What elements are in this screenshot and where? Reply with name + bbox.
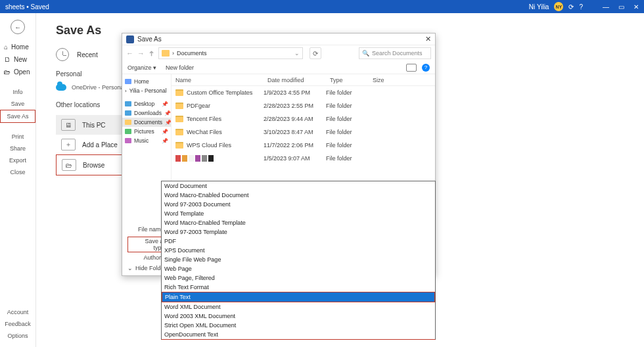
file-row[interactable]: WPS Cloud Files11/7/2022 2:06 PMFile fol… (172, 139, 435, 152)
pc-icon: 🖥 (61, 119, 76, 131)
folder-icon (175, 129, 183, 135)
col-size[interactable]: Size (369, 77, 402, 83)
dropdown-item[interactable]: OpenDocument Text (162, 330, 435, 339)
dialog-toolbar: Organize ▾ New folder ? (122, 61, 435, 74)
titlebar: sheets • Saved Ni Yilia NY ⟳ ? — ▭ ✕ (0, 0, 644, 13)
dropdown-item[interactable]: Word 2003 XML Document (162, 312, 435, 321)
new-folder-button[interactable]: New folder (166, 64, 194, 71)
refresh-button[interactable]: ⟳ (310, 47, 321, 59)
path-bar[interactable]: › Documents ⌄ (158, 47, 303, 59)
dropdown-item[interactable]: Word 97-2003 Document (162, 200, 435, 209)
dropdown-item[interactable]: Word XML Document (162, 302, 435, 312)
dropdown-item[interactable]: Word Macro-Enabled Document (162, 191, 435, 200)
np-documents[interactable]: Documents📌 (122, 118, 171, 127)
pin-icon: 📌 (165, 120, 172, 126)
folder-icon (175, 142, 183, 149)
dialog-titlebar: Save As ✕ (122, 34, 435, 45)
doc-title: sheets • Saved (5, 3, 49, 11)
help-button[interactable]: ? (422, 64, 430, 72)
nav-back-button[interactable]: ← (126, 49, 133, 57)
col-name[interactable]: Name (172, 77, 264, 83)
pin-icon: 📌 (162, 138, 168, 144)
nav-print[interactable]: Print (0, 131, 35, 143)
home-icon (125, 79, 131, 84)
desktop-icon (125, 101, 131, 106)
nav-save-as[interactable]: Save As (0, 110, 35, 123)
np-personal[interactable]: ›Yilia - Personal (122, 86, 171, 95)
np-music[interactable]: Music📌 (122, 136, 171, 145)
path-location: Documents (177, 50, 207, 57)
dialog-close-button[interactable]: ✕ (425, 35, 431, 43)
nav-options[interactable]: Options (0, 330, 35, 342)
home-icon: ⌂ (4, 43, 8, 51)
minimize-button[interactable]: — (603, 3, 609, 11)
nav-close[interactable]: Close (0, 166, 35, 178)
folder-icon (175, 103, 183, 109)
dialog-nav: ← → ➜ › Documents ⌄ ⟳ 🔍 Search Documents (122, 45, 435, 61)
open-icon: 🗁 (4, 68, 11, 76)
dropdown-item[interactable]: Single File Web Page (162, 255, 435, 264)
dropdown-item[interactable]: Word Template (162, 209, 435, 218)
search-icon: 🔍 (362, 50, 369, 57)
np-desktop[interactable]: Desktop📌 (122, 99, 171, 108)
browse-icon: 🗁 (62, 159, 76, 171)
window-controls: — ▭ ✕ (603, 3, 639, 11)
file-row[interactable]: WeChat Files3/10/2023 8:47 AMFile folder (172, 126, 435, 139)
np-downloads[interactable]: Downloads📌 (122, 108, 171, 118)
music-icon (125, 138, 131, 143)
folder-icon (175, 116, 183, 122)
file-row[interactable]: 1/5/2023 9:07 AM File folder (172, 152, 435, 165)
dropdown-item[interactable]: Word Document (162, 181, 435, 191)
file-row[interactable]: PDFgear2/28/2023 2:55 PMFile folder (172, 99, 435, 112)
nav-feedback[interactable]: Feedback (0, 318, 35, 330)
file-list-header[interactable]: Name Date modified Type Size (172, 74, 435, 86)
col-date[interactable]: Date modified (264, 77, 326, 83)
chevron-down-icon: ⌄ (127, 265, 133, 271)
nav-open[interactable]: 🗁Open (0, 66, 35, 78)
backstage-nav: ← ⌂Home 🗋New 🗁Open Info Save Save As Pri… (0, 13, 36, 347)
nav-new[interactable]: 🗋New (0, 53, 35, 66)
nav-export[interactable]: Export (0, 154, 35, 166)
col-type[interactable]: Type (326, 77, 369, 83)
nav-account[interactable]: Account (0, 306, 35, 318)
np-home[interactable]: Home (122, 77, 171, 86)
np-pictures[interactable]: Pictures📌 (122, 127, 171, 136)
user-name: Ni Yilia (529, 3, 549, 11)
clock-icon (56, 48, 69, 61)
file-row[interactable]: Custom Office Templates1/9/2023 4:55 PMF… (172, 86, 435, 99)
user-area[interactable]: Ni Yilia NY ⟳ ? (529, 2, 583, 11)
avatar[interactable]: NY (554, 2, 563, 11)
dropdown-item[interactable]: Rich Text Format (162, 283, 435, 292)
nav-forward-button[interactable]: → (137, 49, 145, 57)
back-button[interactable]: ← (11, 20, 25, 34)
pin-icon: 📌 (162, 129, 168, 135)
close-button[interactable]: ✕ (633, 3, 639, 11)
search-input[interactable]: 🔍 Search Documents (359, 47, 431, 59)
pin-icon: 📌 (164, 110, 171, 116)
help-icon[interactable]: ? (579, 3, 583, 11)
dropdown-item[interactable]: PDF (162, 237, 435, 246)
folder-icon (162, 50, 170, 57)
file-row[interactable]: Tencent Files2/28/2023 9:44 AMFile folde… (172, 112, 435, 126)
nav-share[interactable]: Share (0, 143, 35, 154)
nav-info[interactable]: Info (0, 86, 35, 98)
sync-icon[interactable]: ⟳ (568, 3, 574, 11)
savetype-dropdown[interactable]: Word DocumentWord Macro-Enabled Document… (161, 181, 436, 340)
dropdown-item[interactable]: Word Macro-Enabled Template (162, 218, 435, 227)
dialog-title: Save As (137, 35, 425, 43)
organize-button[interactable]: Organize ▾ (127, 64, 156, 71)
dropdown-item[interactable]: Plain Text (162, 292, 435, 302)
dropdown-item[interactable]: Word 97-2003 Template (162, 227, 435, 237)
recent-label: Recent (77, 51, 98, 58)
view-button[interactable] (406, 64, 417, 72)
maximize-button[interactable]: ▭ (618, 3, 624, 11)
nav-up-button[interactable]: ➜ (147, 51, 156, 57)
chevron-down-icon[interactable]: ⌄ (294, 50, 300, 57)
dropdown-item[interactable]: Web Page, Filtered (162, 273, 435, 283)
dropdown-item[interactable]: XPS Document (162, 246, 435, 255)
documents-icon (125, 120, 131, 125)
nav-save[interactable]: Save (0, 98, 35, 110)
nav-home[interactable]: ⌂Home (0, 41, 35, 53)
dropdown-item[interactable]: Strict Open XML Document (162, 321, 435, 330)
dropdown-item[interactable]: Web Page (162, 264, 435, 273)
